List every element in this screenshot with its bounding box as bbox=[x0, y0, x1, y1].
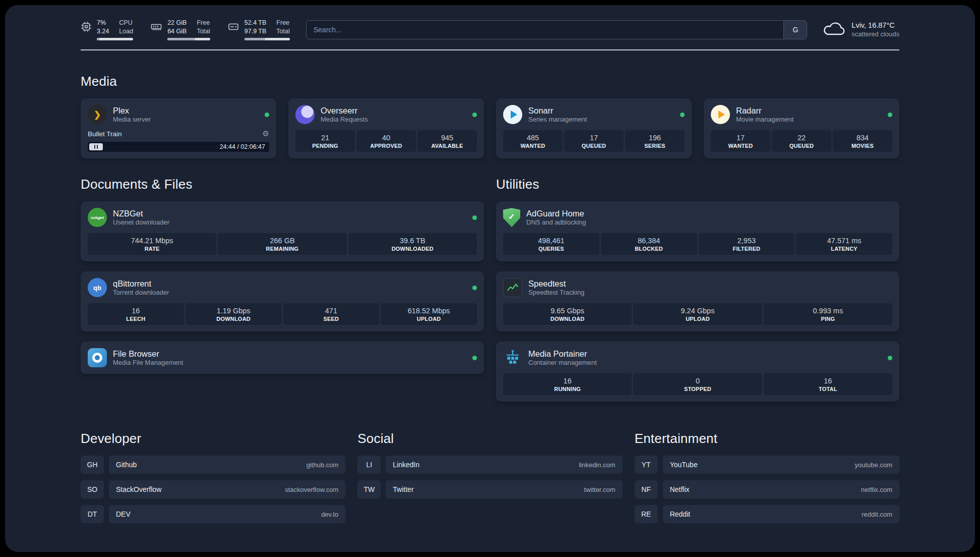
service-card-qbittorrent[interactable]: qb qBittorrent Torrent downloader 16 LEE… bbox=[81, 271, 484, 331]
disk-widget: 52.4 TB Free 97.9 TB Total bbox=[227, 19, 290, 40]
stat-block: 471 SEED bbox=[283, 303, 380, 325]
disk-usage-bar bbox=[244, 38, 290, 40]
bookmark-link-netflix[interactable]: Netflix netflix.com bbox=[663, 480, 899, 498]
search-provider-button[interactable]: G bbox=[783, 21, 807, 39]
weather-widget: Lviv, 16.87°C scattered clouds bbox=[823, 21, 899, 39]
bookmark-abbr[interactable]: TW bbox=[357, 480, 381, 498]
bookmark-row: LI LinkedIn linkedin.com bbox=[357, 456, 622, 474]
memory-total-label: Total bbox=[197, 28, 210, 36]
status-dot bbox=[472, 215, 477, 220]
bookmark-link-twitter[interactable]: Twitter twitter.com bbox=[386, 480, 622, 498]
service-subtitle: Media Requests bbox=[321, 116, 368, 124]
plex-icon bbox=[88, 105, 107, 124]
service-card-overseerr[interactable]: Overseerr Media Requests 21 PENDING 40 A… bbox=[288, 98, 484, 158]
disk-free-label: Free bbox=[276, 19, 289, 27]
cpu-label: CPU bbox=[119, 19, 133, 27]
service-subtitle: Torrent downloader bbox=[113, 289, 169, 297]
nzbget-icon: nzbget bbox=[88, 208, 107, 227]
service-subtitle: Speedtest Tracking bbox=[528, 289, 584, 297]
service-name: qBittorrent bbox=[113, 278, 169, 289]
bookmark-abbr[interactable]: DT bbox=[81, 505, 104, 523]
service-card-adguard[interactable]: AdGuard Home DNS and adblocking 498,461 … bbox=[496, 201, 899, 261]
service-subtitle: Media File Management bbox=[113, 359, 183, 367]
qbittorrent-icon: qb bbox=[88, 278, 107, 297]
memory-icon bbox=[150, 21, 162, 32]
bookmark-row: SO StackOverflow stackoverflow.com bbox=[81, 480, 345, 498]
bookmark-row: NF Netflix netflix.com bbox=[635, 480, 899, 498]
memory-usage-bar bbox=[167, 38, 210, 40]
playback-progress-bar[interactable]: 24:44 / 02:06:47 bbox=[88, 142, 269, 152]
bookmark-abbr[interactable]: GH bbox=[81, 456, 104, 474]
bookmark-row: DT DEV dev.to bbox=[81, 505, 345, 523]
stat-block: 945 AVAILABLE bbox=[417, 130, 477, 152]
service-card-radarr[interactable]: Radarr Movie management 17 WANTED 22 QUE… bbox=[704, 98, 899, 158]
plex-now-playing: Bullet Train 24:44 / 02:06:47 bbox=[88, 129, 269, 152]
bookmark-abbr[interactable]: SO bbox=[81, 480, 104, 498]
bookmark-link-github[interactable]: Github github.com bbox=[109, 456, 345, 474]
stat-block: 39.6 TB DOWNLOADED bbox=[348, 233, 477, 255]
service-subtitle: Container management bbox=[528, 359, 597, 367]
documents-section-title: Documents & Files bbox=[81, 177, 484, 192]
bookmark-group-developer: Developer GH Github github.com SO StackO… bbox=[81, 431, 345, 530]
service-subtitle: Movie management bbox=[736, 116, 793, 124]
status-dot bbox=[472, 286, 477, 290]
bookmark-link-youtube[interactable]: YouTube youtube.com bbox=[663, 456, 899, 474]
service-subtitle: Media server bbox=[113, 116, 151, 124]
topbar-divider bbox=[81, 49, 899, 50]
cpu-usage-bar bbox=[97, 38, 133, 40]
stat-block: 618.52 Mbps UPLOAD bbox=[381, 303, 477, 325]
service-subtitle: Series management bbox=[528, 116, 587, 124]
search-input[interactable] bbox=[307, 21, 784, 39]
memory-total-value: 64 GiB bbox=[167, 28, 187, 36]
bookmark-abbr[interactable]: NF bbox=[635, 480, 658, 498]
cpu-load-value: 3.24 bbox=[97, 28, 109, 36]
status-dot bbox=[888, 356, 892, 360]
cpu-load-label: Load bbox=[119, 28, 133, 36]
stat-block: 9.24 Gbps UPLOAD bbox=[633, 303, 762, 325]
media-section-title: Media bbox=[81, 74, 899, 89]
service-name: Radarr bbox=[736, 105, 793, 116]
bookmark-abbr[interactable]: YT bbox=[635, 456, 658, 474]
service-card-filebrowser[interactable]: File Browser Media File Management bbox=[81, 342, 484, 374]
service-card-plex[interactable]: Plex Media server Bullet Train 24:44 / 0… bbox=[81, 98, 276, 158]
service-card-portainer[interactable]: Media Portainer Container management 16 … bbox=[496, 342, 899, 402]
adguard-shield-icon bbox=[503, 208, 520, 227]
radarr-icon bbox=[711, 105, 730, 124]
bookmark-link-dev[interactable]: DEV dev.to bbox=[109, 505, 345, 523]
service-card-speedtest[interactable]: Speedtest Speedtest Tracking 9.65 Gbps D… bbox=[496, 271, 899, 331]
bookmark-abbr[interactable]: LI bbox=[357, 456, 381, 474]
service-name: Speedtest bbox=[528, 278, 584, 289]
bookmark-link-reddit[interactable]: Reddit reddit.com bbox=[663, 505, 899, 523]
bookmark-row: RE Reddit reddit.com bbox=[635, 505, 899, 523]
dashboard-panel: 7% CPU 3.24 Load 22 bbox=[5, 5, 975, 552]
stat-block: 0 STOPPED bbox=[633, 373, 762, 395]
status-dot bbox=[888, 113, 892, 117]
status-dot bbox=[265, 113, 269, 117]
bookmark-link-stackoverflow[interactable]: StackOverflow stackoverflow.com bbox=[109, 480, 345, 498]
bookmark-link-linkedin[interactable]: LinkedIn linkedin.com bbox=[386, 456, 622, 474]
section-utilities: Utilities AdGuard Home DNS and adblockin… bbox=[496, 177, 899, 402]
disk-total-value: 97.9 TB bbox=[244, 28, 267, 36]
weather-location: Lviv, 16.87°C bbox=[851, 21, 899, 30]
stat-block: 16 TOTAL bbox=[764, 373, 892, 395]
bookmark-abbr[interactable]: RE bbox=[635, 505, 658, 523]
service-card-nzbget[interactable]: nzbget NZBGet Usenet downloader 744.21 M… bbox=[81, 201, 484, 261]
social-group-title: Social bbox=[357, 431, 622, 447]
playback-time: 24:44 / 02:06:47 bbox=[220, 143, 265, 150]
gear-icon[interactable] bbox=[263, 129, 269, 138]
service-card-sonarr[interactable]: Sonarr Series management 485 WANTED 17 Q… bbox=[496, 98, 692, 158]
utilities-section-title: Utilities bbox=[496, 177, 899, 192]
memory-widget: 22 GiB Free 64 GiB Total bbox=[150, 19, 210, 40]
section-documents: Documents & Files nzbget NZBGet Usenet d… bbox=[81, 177, 484, 402]
stat-block: 196 SERIES bbox=[625, 130, 685, 152]
pause-button[interactable] bbox=[89, 143, 103, 150]
developer-group-title: Developer bbox=[81, 431, 345, 447]
stat-block: 40 APPROVED bbox=[356, 130, 416, 152]
bookmark-group-entertainment: Entertainment YT YouTube youtube.com NF … bbox=[635, 431, 899, 530]
service-name: NZBGet bbox=[113, 208, 169, 219]
memory-free-label: Free bbox=[197, 19, 210, 27]
stat-block: 2,953 FILTERED bbox=[699, 233, 795, 255]
service-name: Plex bbox=[113, 105, 151, 116]
status-dot bbox=[472, 356, 477, 360]
status-dot bbox=[472, 113, 477, 117]
